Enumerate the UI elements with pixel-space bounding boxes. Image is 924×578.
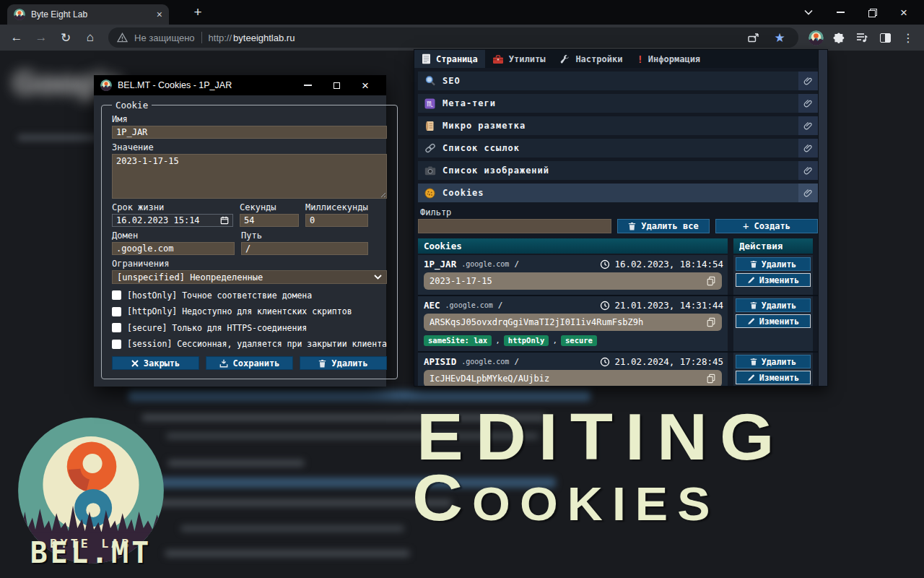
row-edit-button[interactable]: Изменить: [736, 314, 811, 328]
secure-checkbox[interactable]: [112, 323, 121, 332]
delete-all-button[interactable]: Удалить все: [617, 219, 710, 233]
window-minimize-button[interactable]: [824, 0, 856, 25]
name-field[interactable]: [112, 126, 387, 139]
seconds-label: Секунды: [240, 202, 299, 212]
browser-tab-strip: Byte Eight Lab × + ×: [0, 0, 924, 25]
window-restore-button[interactable]: [856, 0, 888, 25]
expiry-datetime-field[interactable]: 16.02.2023 15:14: [112, 214, 233, 227]
cookie-edit-dialog: BEL.MT - Cookies - 1P_JAR × Cookie Имя З…: [94, 75, 386, 387]
extensions-puzzle-icon[interactable]: [829, 27, 849, 48]
tab-close-icon[interactable]: ×: [157, 9, 162, 20]
dialog-maximize-button[interactable]: [322, 75, 351, 95]
browser-tab[interactable]: Byte Eight Lab ×: [7, 4, 169, 25]
dialog-title-bar[interactable]: BEL.MT - Cookies - 1P_JAR ×: [94, 75, 386, 95]
restrictions-select[interactable]: [unspecified] Неопределенные: [112, 270, 387, 284]
panel-scrollbar[interactable]: [818, 50, 827, 386]
value-field[interactable]: 2023-1-17-15: [112, 154, 387, 199]
close-button[interactable]: Закрыть: [112, 356, 199, 370]
calendar-icon[interactable]: [220, 216, 229, 225]
hostonly-label: [hostOnly] Точное соответствие домена: [127, 290, 312, 301]
millis-field[interactable]: [305, 214, 368, 227]
pencil-icon: [747, 317, 755, 325]
sidebar-icon[interactable]: [875, 27, 895, 48]
section-images-list[interactable]: Список изображений: [418, 161, 818, 180]
create-button[interactable]: + Создать: [715, 219, 818, 233]
new-tab-button[interactable]: +: [189, 4, 206, 21]
row-edit-button[interactable]: Изменить: [736, 273, 811, 287]
delete-button[interactable]: Удалить: [300, 356, 387, 370]
tab-settings[interactable]: Настройки: [552, 50, 629, 68]
section-links-list[interactable]: Список ссылок: [418, 139, 818, 158]
seconds-field[interactable]: [240, 214, 299, 227]
attach-icon[interactable]: [798, 72, 818, 90]
name-label: Имя: [112, 114, 387, 124]
attach-icon[interactable]: [798, 94, 818, 113]
toolbox-icon: [492, 54, 504, 64]
cookie-domain: .google.com: [461, 260, 509, 268]
cookie-group-label: Cookie: [112, 100, 152, 111]
httponly-checkbox[interactable]: [112, 307, 121, 316]
section-seo[interactable]: SEO: [418, 72, 818, 90]
attach-icon[interactable]: [798, 161, 818, 180]
section-microdata[interactable]: Микро разметка: [418, 116, 818, 135]
copy-icon[interactable]: [706, 317, 716, 327]
tab-page[interactable]: Страница: [414, 50, 485, 68]
back-icon[interactable]: ←: [6, 27, 27, 48]
tab-info[interactable]: ! Информация: [629, 50, 707, 68]
attach-icon[interactable]: [798, 139, 818, 158]
filter-input[interactable]: [418, 219, 611, 233]
session-label: [session] Сессионная, удаляется при закр…: [127, 339, 387, 349]
playlist-icon[interactable]: [852, 27, 872, 48]
window-close-button[interactable]: ×: [888, 0, 920, 25]
path-field[interactable]: [241, 242, 368, 255]
section-meta-tags[interactable]: ♏ Мета-теги: [418, 94, 818, 113]
extension-avatar-icon[interactable]: [806, 27, 826, 48]
flag-secure: secure: [561, 335, 597, 346]
url-host: byteeightlab.ru: [233, 33, 295, 43]
site-favicon: [14, 9, 25, 20]
save-button[interactable]: Сохранить: [206, 356, 293, 370]
cookie-domain: .google.com: [445, 301, 493, 309]
cookie-value-box[interactable]: ARSKqsJ05ovxdrqGgiVmaTI2jI0I1iv4RumFsbZ9…: [424, 314, 722, 331]
dialog-close-button[interactable]: ×: [351, 75, 380, 95]
chevron-down-icon: [374, 275, 382, 280]
expiry-label: Срок жизни: [112, 202, 233, 212]
bookmark-star-icon[interactable]: ★: [770, 27, 790, 48]
cookies-table-body: 1P_JAR .google.com / 16.02.2023, 18:14:5…: [414, 255, 827, 387]
menu-kebab-icon[interactable]: ⋮: [898, 27, 918, 48]
tab-utilities[interactable]: Утилиты: [485, 50, 553, 68]
cookie-value-box[interactable]: 2023-1-17-15: [424, 272, 722, 290]
row-delete-button[interactable]: Удалить: [736, 257, 811, 271]
row-delete-button[interactable]: Удалить: [736, 355, 811, 368]
window-chevron-icon[interactable]: [793, 0, 824, 25]
svg-text:♏: ♏: [427, 100, 433, 108]
home-icon[interactable]: ⌂: [79, 27, 101, 48]
restrictions-value: [unspecified] Неопределенные: [117, 272, 263, 282]
hostonly-checkbox[interactable]: [112, 290, 121, 300]
cookie-expires: 21.02.2024, 17:28:45: [614, 356, 723, 367]
row-delete-button[interactable]: Удалить: [736, 298, 811, 312]
tab-title: Byte Eight Lab: [31, 9, 151, 20]
attach-icon[interactable]: [798, 116, 818, 135]
share-icon[interactable]: [743, 27, 763, 48]
secure-label: [secure] Только для HTTPS-соединения: [127, 323, 307, 333]
url-scheme: http://: [209, 33, 232, 43]
copy-icon[interactable]: [706, 374, 716, 384]
section-cookies[interactable]: Cookies: [418, 184, 818, 202]
forward-icon[interactable]: →: [30, 27, 52, 48]
dialog-minimize-button[interactable]: [293, 75, 322, 95]
cookie-path: /: [498, 301, 503, 310]
cookie-name: APISID: [424, 356, 456, 367]
domain-field[interactable]: [112, 242, 235, 255]
cookie-row-1pjar: 1P_JAR .google.com / 16.02.2023, 18:14:5…: [418, 255, 827, 296]
window-controls: ×: [793, 0, 920, 25]
reload-icon[interactable]: ↻: [55, 27, 77, 48]
copy-icon[interactable]: [706, 276, 716, 286]
restrictions-label: Ограничения: [112, 259, 387, 269]
row-edit-button[interactable]: Изменить: [736, 371, 811, 384]
attach-icon[interactable]: [798, 184, 818, 202]
cookie-value-box[interactable]: IcJHEvD4LpbMYkeQ/AUjbiz: [424, 370, 722, 387]
address-bar[interactable]: Не защищено http://byteeightlab.ru ★: [108, 27, 798, 48]
clock-icon: [600, 259, 610, 269]
session-checkbox[interactable]: [112, 340, 121, 349]
